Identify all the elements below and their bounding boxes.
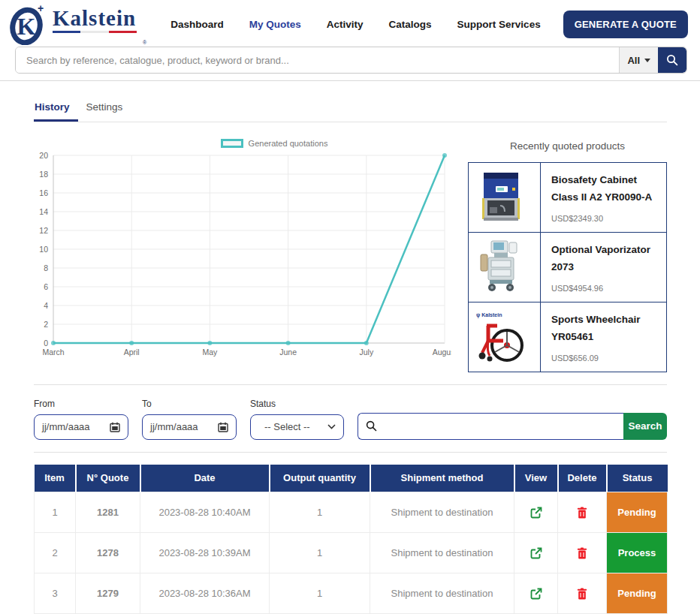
filters-table-divider xyxy=(34,452,667,453)
svg-text:18: 18 xyxy=(39,170,48,179)
cell-date: 2023-08-28 10:39AM xyxy=(140,533,270,573)
cell-quote-number: 1281 xyxy=(76,492,140,533)
brand-name: Kalstein xyxy=(53,8,137,29)
global-search-input[interactable] xyxy=(16,47,619,73)
cell-quantity: 1 xyxy=(270,533,370,573)
product-info-cell[interactable]: Sports Wheelchair YR05461 USD$656.09 xyxy=(541,302,667,372)
nav-item-my-quotes[interactable]: My Quotes xyxy=(249,19,301,30)
table-row: 2 1278 2023-08-28 10:39AM 1 Shipment to … xyxy=(35,533,668,573)
svg-text:May: May xyxy=(202,348,218,357)
svg-text:March: March xyxy=(42,348,64,357)
cell-quote-number: 1279 xyxy=(76,573,140,614)
view-quote-button[interactable] xyxy=(527,504,545,522)
header-divider xyxy=(0,80,700,81)
svg-text:20: 20 xyxy=(39,151,48,160)
kalstein-logo-icon: K + xyxy=(8,3,47,45)
filter-from: From jj/mm/aaaa xyxy=(34,399,128,440)
product-info-cell[interactable]: Biosafety Cabinet Class II A2 YR0090-A U… xyxy=(541,163,667,233)
brand-wordmark: Kalstein xyxy=(53,8,137,33)
generated-quotations-line-chart: 02468101214161820MarchAprilMayJuneJulyAu… xyxy=(34,149,451,361)
recent-products-table: Biosafety Cabinet Class II A2 YR0090-A U… xyxy=(468,162,667,372)
nav-item-activity[interactable]: Activity xyxy=(327,19,364,30)
table-header-row: Item N° Quote Date Output quantity Shipm… xyxy=(35,465,668,492)
cell-shipment: Shipment to destination xyxy=(370,492,514,533)
delete-quote-button[interactable] xyxy=(574,544,590,562)
legend-swatch xyxy=(221,139,243,148)
product-info-cell[interactable]: Optional Vaporizator 2073 USD$4954.96 xyxy=(541,232,667,302)
product-row[interactable]: Optional Vaporizator 2073 USD$4954.96 xyxy=(469,232,667,302)
registered-trademark: ® xyxy=(143,40,146,45)
filters-bar: From jj/mm/aaaa To jj/mm/aaaa xyxy=(34,399,667,440)
svg-text:June: June xyxy=(279,348,297,357)
svg-text:16: 16 xyxy=(39,188,48,197)
tab-history[interactable]: History xyxy=(34,101,78,122)
tabs: History Settings xyxy=(34,101,667,122)
svg-text:+: + xyxy=(38,3,44,14)
product-price: USD$4954.96 xyxy=(551,284,656,293)
view-quote-button[interactable] xyxy=(527,544,545,562)
nav-item-catalogs[interactable]: Catalogs xyxy=(389,19,432,30)
product-image-vaporizator-cart xyxy=(472,238,530,296)
status-select[interactable]: -- Select -- xyxy=(250,414,344,440)
nav-item-support-services[interactable]: Support Services xyxy=(457,19,541,30)
filter-to: To jj/mm/aaaa xyxy=(142,399,237,440)
column-header-shipment: Shipment method xyxy=(370,465,514,492)
tabs-divider xyxy=(34,122,667,122)
search-scope-label: All xyxy=(627,55,640,66)
column-header-item: Item xyxy=(35,465,76,492)
global-search-group: All xyxy=(15,47,687,74)
from-date-input[interactable]: jj/mm/aaaa xyxy=(34,414,128,440)
product-row[interactable]: Biosafety Cabinet Class II A2 YR0090-A U… xyxy=(469,163,667,233)
product-image-cell[interactable]: ψ Kalstein xyxy=(469,302,541,372)
nav-item-dashboard[interactable]: Dashboard xyxy=(170,19,224,30)
dashboard-row: Generated quotations 02468101214161820Ma… xyxy=(34,136,667,372)
svg-text:2: 2 xyxy=(44,320,48,329)
cell-date: 2023-08-28 10:36AM xyxy=(140,573,270,614)
filter-status: Status -- Select -- xyxy=(250,399,344,440)
product-price: USD$2349.30 xyxy=(551,214,656,223)
cell-shipment: Shipment to destination xyxy=(370,533,514,573)
external-link-icon xyxy=(530,547,542,559)
global-search-row: All xyxy=(0,44,700,74)
tab-settings[interactable]: Settings xyxy=(86,101,131,122)
status-badge: Process xyxy=(607,533,667,573)
brand-flag-underline xyxy=(53,31,137,33)
app-header: K + Kalstein ® Dashboard My Quotes Activ… xyxy=(0,0,700,44)
to-label: To xyxy=(142,399,237,409)
cell-item: 1 xyxy=(35,492,76,533)
trash-icon xyxy=(577,507,587,519)
product-row[interactable]: ψ Kalstein xyxy=(469,302,667,372)
view-quote-button[interactable] xyxy=(527,585,545,603)
status-select-value: -- Select -- xyxy=(258,421,310,432)
chevron-down-icon xyxy=(327,424,336,429)
quotations-chart-panel: Generated quotations 02468101214161820Ma… xyxy=(34,136,451,372)
status-badge: Pending xyxy=(607,573,667,613)
quotes-search-button[interactable]: Search xyxy=(623,413,667,440)
chart-legend[interactable]: Generated quotations xyxy=(116,139,432,148)
external-link-icon xyxy=(530,507,542,519)
brand-logo[interactable]: K + Kalstein ® xyxy=(8,3,146,45)
svg-text:8: 8 xyxy=(44,263,48,272)
cell-item: 3 xyxy=(35,573,76,614)
external-link-icon xyxy=(530,588,542,600)
product-image-sports-wheelchair: ψ Kalstein xyxy=(472,308,530,366)
generate-quote-button[interactable]: GENERATE A QUOTE xyxy=(563,11,688,38)
recent-products-title: Recently quoted products xyxy=(468,140,667,152)
legend-label: Generated quotations xyxy=(249,139,328,148)
table-row: 1 1281 2023-08-28 10:40AM 1 Shipment to … xyxy=(35,492,668,533)
product-name: Biosafety Cabinet Class II A2 YR0090-A xyxy=(551,172,656,206)
delete-quote-button[interactable] xyxy=(574,504,590,522)
product-image-cell[interactable] xyxy=(469,232,541,302)
delete-quote-button[interactable] xyxy=(574,585,590,603)
search-scope-dropdown[interactable]: All xyxy=(619,47,658,73)
quotes-search-input[interactable] xyxy=(383,420,616,432)
product-image-cell[interactable] xyxy=(469,163,541,233)
from-label: From xyxy=(34,399,128,409)
global-search-button[interactable] xyxy=(658,47,686,73)
column-header-view: View xyxy=(514,465,558,492)
product-name: Sports Wheelchair YR05461 xyxy=(551,312,656,346)
to-date-input[interactable]: jj/mm/aaaa xyxy=(142,414,237,440)
caret-down-icon xyxy=(644,59,650,62)
search-icon xyxy=(666,54,678,66)
product-price: USD$656.09 xyxy=(551,354,656,363)
